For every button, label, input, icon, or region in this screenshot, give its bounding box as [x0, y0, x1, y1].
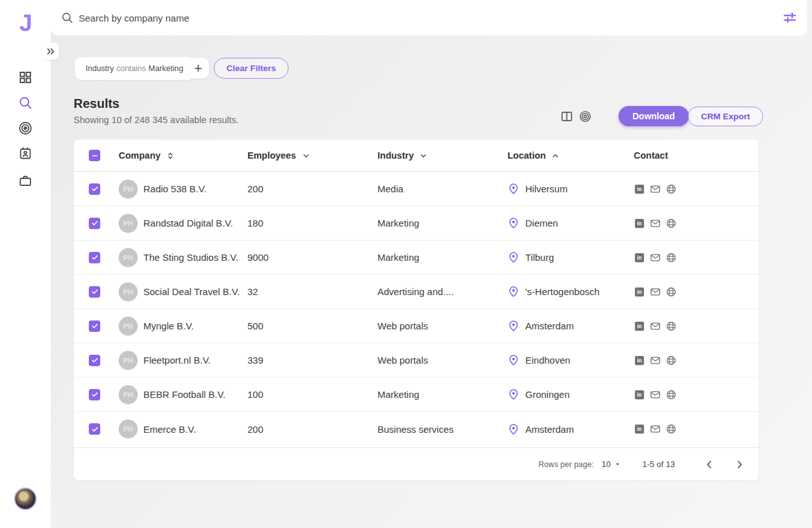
- employees-cell: 180: [247, 218, 377, 228]
- website-globe-icon[interactable]: [665, 423, 677, 435]
- row-checkbox[interactable]: [89, 355, 100, 366]
- target-view-icon[interactable]: [579, 110, 592, 123]
- website-globe-icon[interactable]: [665, 252, 677, 263]
- column-header-location[interactable]: Location: [508, 150, 634, 161]
- row-checkbox[interactable]: [89, 286, 100, 298]
- table-row: PH BEBR Football B.V. 100 Marketing Gron…: [74, 378, 759, 412]
- company-name[interactable]: Randstad Digital B.V.: [143, 218, 233, 228]
- location-pin-icon: [508, 251, 520, 263]
- linkedin-icon[interactable]: in: [634, 218, 645, 229]
- table-header-row: Company Employees Industry Location Cont…: [74, 140, 759, 172]
- row-checkbox[interactable]: [89, 389, 100, 400]
- table-row: PH Radio 538 B.V. 200 Media Hilversum in: [74, 172, 759, 206]
- app-window: J: [0, 0, 812, 528]
- search-icon: [61, 11, 74, 24]
- top-search-bar: [51, 0, 807, 36]
- row-checkbox[interactable]: [89, 252, 100, 263]
- employees-cell: 200: [247, 424, 377, 435]
- linkedin-icon[interactable]: in: [634, 252, 645, 263]
- company-name[interactable]: Fleetport.nl B.V.: [143, 355, 211, 366]
- row-checkbox[interactable]: [89, 218, 100, 229]
- company-avatar: PH: [119, 317, 138, 336]
- location-pin-icon: [508, 354, 520, 366]
- website-globe-icon[interactable]: [665, 355, 677, 366]
- email-icon[interactable]: [650, 183, 661, 195]
- website-globe-icon[interactable]: [665, 218, 677, 229]
- email-icon[interactable]: [650, 389, 661, 400]
- website-globe-icon[interactable]: [665, 183, 677, 195]
- results-table: Company Employees Industry Location Cont…: [74, 140, 759, 480]
- crm-export-button[interactable]: CRM Export: [688, 107, 763, 126]
- linkedin-icon[interactable]: in: [634, 355, 645, 366]
- select-all-checkbox[interactable]: [89, 150, 100, 161]
- app-logo[interactable]: J: [0, 10, 51, 37]
- website-globe-icon[interactable]: [665, 286, 677, 298]
- location-pin-icon: [508, 423, 520, 435]
- table-footer: Rows per page: 10 1-5 of 13: [74, 447, 759, 480]
- sidebar-item-contacts-icon[interactable]: [18, 146, 33, 161]
- email-icon[interactable]: [650, 252, 661, 263]
- dropdown-triangle-icon: [614, 461, 621, 468]
- company-avatar: PH: [119, 248, 138, 267]
- linkedin-icon[interactable]: in: [634, 183, 645, 195]
- sidebar-item-jobs-icon[interactable]: [18, 173, 33, 188]
- chevron-down-icon: [301, 151, 311, 161]
- chevron-down-icon: [419, 151, 428, 161]
- company-name[interactable]: Myngle B.V.: [143, 320, 194, 331]
- email-icon[interactable]: [650, 218, 661, 229]
- filter-field: Industry: [86, 64, 114, 73]
- email-icon[interactable]: [650, 286, 661, 298]
- location-pin-icon: [508, 286, 520, 298]
- website-globe-icon[interactable]: [665, 320, 677, 332]
- sidebar-item-target-icon[interactable]: [18, 121, 33, 136]
- location-text: Eindhoven: [525, 355, 570, 366]
- user-avatar[interactable]: [14, 487, 37, 510]
- industry-cell: Marketing: [377, 389, 508, 400]
- company-name[interactable]: The Sting Studios B.V.: [143, 252, 239, 263]
- company-name[interactable]: Emerce B.V.: [143, 424, 196, 435]
- website-globe-icon[interactable]: [665, 389, 677, 400]
- filter-chip[interactable]: Industry contains Marketing: [75, 57, 194, 80]
- download-button[interactable]: Download: [619, 106, 689, 126]
- location-text: Tilburg: [525, 252, 554, 263]
- column-header-industry[interactable]: Industry: [377, 150, 508, 161]
- row-checkbox[interactable]: [89, 423, 100, 435]
- next-page-button[interactable]: [733, 458, 746, 471]
- sidebar-item-dashboard-icon[interactable]: [18, 70, 33, 85]
- svg-text:in: in: [637, 392, 641, 398]
- search-input[interactable]: [79, 13, 783, 23]
- company-avatar: PH: [119, 180, 138, 199]
- column-header-company[interactable]: Company: [119, 150, 247, 161]
- chevrons-right-icon: [46, 46, 56, 56]
- email-icon[interactable]: [650, 355, 661, 366]
- previous-page-button[interactable]: [703, 458, 716, 471]
- sidebar-expand-button[interactable]: [43, 43, 59, 60]
- location-pin-icon: [508, 183, 520, 195]
- company-avatar: PH: [119, 351, 138, 370]
- sidebar-item-search-icon[interactable]: [18, 95, 33, 110]
- row-checkbox[interactable]: [89, 320, 100, 332]
- results-count-text: Showing 10 of 248 345 available results.: [74, 115, 239, 125]
- pagination-range: 1-5 of 13: [643, 459, 675, 469]
- email-icon[interactable]: [650, 423, 661, 435]
- linkedin-icon[interactable]: in: [634, 423, 645, 435]
- email-icon[interactable]: [650, 320, 661, 332]
- row-checkbox[interactable]: [89, 183, 100, 195]
- columns-view-icon[interactable]: [560, 110, 573, 123]
- linkedin-icon[interactable]: in: [634, 320, 645, 332]
- company-name[interactable]: Radio 538 B.V.: [143, 183, 207, 194]
- svg-text:in: in: [637, 221, 641, 227]
- industry-cell: Business services: [377, 424, 508, 435]
- table-body: PH Radio 538 B.V. 200 Media Hilversum in: [74, 172, 759, 446]
- company-name[interactable]: BEBR Football B.V.: [143, 389, 226, 400]
- employees-cell: 200: [247, 183, 377, 194]
- clear-filters-button[interactable]: Clear Filters: [214, 58, 289, 79]
- filter-settings-icon[interactable]: [783, 11, 797, 25]
- linkedin-icon[interactable]: in: [634, 286, 645, 298]
- company-name[interactable]: Social Deal Travel B.V.: [143, 286, 240, 297]
- linkedin-icon[interactable]: in: [634, 389, 645, 400]
- employees-cell: 339: [247, 355, 377, 366]
- add-filter-button[interactable]: +: [188, 58, 209, 79]
- column-header-employees[interactable]: Employees: [247, 150, 377, 161]
- rows-per-page-select[interactable]: 10: [601, 459, 620, 469]
